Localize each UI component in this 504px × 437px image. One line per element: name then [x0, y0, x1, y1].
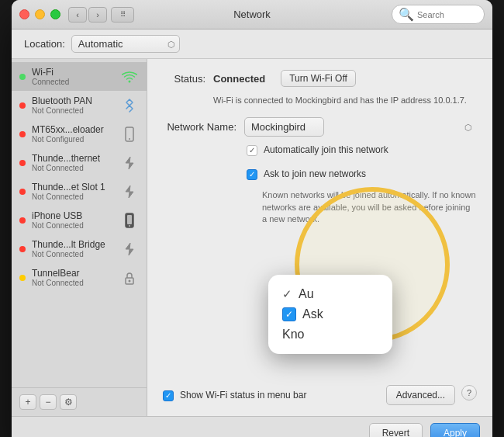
apply-button[interactable]: Apply	[430, 423, 480, 438]
tunnelbear-item-text: TunnelBear Not Connected	[32, 268, 114, 287]
auto-join-label: Automatically join this network	[264, 144, 388, 155]
mt65-item-status: Not Configured	[32, 135, 114, 144]
location-label: Location:	[24, 38, 65, 50]
search-input[interactable]	[417, 10, 478, 19]
tunnelbear-item-status: Not Connected	[32, 279, 114, 287]
auto-join-row[interactable]: Automatically join this network	[247, 144, 477, 156]
traffic-lights	[19, 9, 60, 19]
thunderethernet-item-text: Thunde...thernet Not Connected	[32, 153, 114, 172]
zoomed-label-2: Ask	[302, 307, 323, 321]
zoomed-overlay: ✓ Au Ask Kno	[268, 275, 392, 354]
ask-networks-row[interactable]: Ask to join new networks	[247, 168, 477, 180]
iphoneusb-item-status: Not Connected	[32, 221, 114, 230]
thunderbolt1-icon	[120, 154, 139, 172]
bluetooth-status-dot	[19, 102, 26, 109]
network-select-arrow-icon: ⬡	[464, 122, 472, 132]
zoomed-row-2[interactable]: Ask	[282, 304, 378, 324]
thunderslot-status-dot	[19, 189, 26, 195]
ask-networks-hint: Known networks will be joined automatica…	[262, 189, 477, 225]
remove-service-button[interactable]: −	[40, 394, 57, 410]
iphoneusb-item-text: iPhone USB Not Connected	[32, 210, 114, 230]
window-title: Network	[233, 9, 271, 20]
mt65-item-name: MT65xx...eloader	[32, 124, 114, 135]
status-desc-text: Wi-Fi is connected to Mockingbird and ha…	[213, 95, 467, 105]
thunderbridge-item-name: Thunde...lt Bridge	[32, 239, 114, 250]
wifi-item-text: Wi-Fi Connected	[32, 67, 114, 86]
svg-point-0	[129, 80, 131, 82]
back-button[interactable]: ‹	[68, 7, 87, 23]
auto-join-checkbox[interactable]	[247, 145, 257, 156]
sidebar-item-mt65[interactable]: MT65xx...eloader Not Configured	[12, 120, 147, 148]
window-footer: Revert Apply	[12, 416, 492, 437]
service-settings-button[interactable]: ⚙	[60, 394, 77, 410]
tunnelbear-status-dot	[19, 275, 26, 281]
wifi-status-dot	[19, 74, 26, 80]
iphone-icon	[120, 211, 139, 230]
help-button[interactable]: ?	[461, 385, 477, 401]
advanced-button[interactable]: Advanced...	[386, 385, 455, 405]
close-button[interactable]	[19, 9, 29, 19]
thunderbolt2-icon	[120, 182, 139, 201]
bluetooth-item-status: Not Connected	[32, 106, 114, 115]
revert-button[interactable]: Revert	[369, 423, 423, 438]
maximize-button[interactable]	[50, 9, 60, 19]
network-name-select[interactable]: Mockingbird	[244, 117, 324, 137]
svg-marker-3	[126, 157, 133, 169]
bluetooth-item-name: Bluetooth PAN	[32, 95, 114, 106]
status-row: Status: Connected Turn Wi-Fi Off	[163, 70, 477, 87]
wifi-item-status: Connected	[32, 78, 114, 86]
sidebar-item-thunderethernet[interactable]: Thunde...thernet Not Connected	[12, 148, 147, 177]
bluetooth-item-text: Bluetooth PAN Not Connected	[32, 95, 114, 115]
sidebar-item-thunderbridge[interactable]: Thunde...lt Bridge Not Connected	[12, 234, 147, 263]
add-service-button[interactable]: +	[19, 394, 36, 410]
thunderethernet-status-dot	[19, 160, 26, 166]
wifi-icon	[120, 68, 139, 86]
minimize-button[interactable]	[35, 9, 45, 19]
location-select[interactable]: Automatic	[71, 35, 180, 53]
vpn-icon	[120, 269, 139, 287]
svg-point-7	[129, 225, 130, 227]
svg-marker-4	[126, 186, 133, 198]
network-name-select-wrapper: Mockingbird ⬡	[244, 117, 477, 137]
status-label: Status:	[163, 73, 205, 85]
forward-button[interactable]: ›	[88, 7, 107, 23]
location-select-wrapper: Automatic ⬡	[71, 35, 180, 53]
svg-marker-8	[126, 243, 133, 255]
nav-buttons: ‹ ›	[68, 7, 107, 23]
turn-wifi-off-button[interactable]: Turn Wi-Fi Off	[281, 70, 356, 87]
content-area: Wi-Fi Connected	[12, 59, 492, 416]
zoomed-ask-checkbox[interactable]	[282, 307, 296, 321]
main-panel: Status: Connected Turn Wi-Fi Off Wi-Fi i…	[147, 59, 492, 416]
sidebar-footer: + − ⚙	[12, 387, 147, 416]
thunderbridge-item-text: Thunde...lt Bridge Not Connected	[32, 239, 114, 258]
sidebar-item-bluetooth[interactable]: Bluetooth PAN Not Connected	[12, 91, 147, 120]
zoomed-label-1: Au	[299, 287, 314, 301]
iphoneusb-status-dot	[19, 217, 26, 224]
show-wifi-checkbox[interactable]	[163, 390, 174, 401]
svg-point-2	[129, 138, 130, 140]
phone-icon	[120, 125, 139, 144]
grid-button[interactable]: ⠿	[111, 7, 134, 23]
thunderslot-item-status: Not Connected	[32, 192, 114, 201]
status-description: Wi-Fi is connected to Mockingbird and ha…	[213, 95, 477, 106]
show-wifi-row[interactable]: Show Wi-Fi status in menu bar	[163, 390, 306, 401]
bluetooth-icon	[120, 96, 139, 115]
tunnelbear-item-name: TunnelBear	[32, 268, 114, 279]
sidebar: Wi-Fi Connected	[12, 59, 147, 416]
sidebar-item-iphoneusb[interactable]: iPhone USB Not Connected	[12, 206, 147, 234]
ask-networks-checkbox[interactable]	[247, 169, 257, 180]
thunderslot-item-name: Thunde...et Slot 1	[32, 182, 114, 192]
sidebar-item-wifi[interactable]: Wi-Fi Connected	[12, 62, 147, 91]
search-box[interactable]: 🔍	[392, 5, 485, 24]
svg-rect-6	[127, 215, 132, 224]
network-preferences-window: ‹ › ⠿ Network 🔍 Location: Automatic ⬡	[12, 0, 492, 437]
location-bar: Location: Automatic ⬡	[12, 29, 492, 59]
sidebar-item-thunderslot[interactable]: Thunde...et Slot 1 Not Connected	[12, 177, 147, 206]
sidebar-item-tunnelbear[interactable]: TunnelBear Not Connected	[12, 263, 147, 292]
network-name-label: Network Name:	[163, 121, 236, 133]
action-buttons: Advanced... ?	[386, 385, 477, 405]
thunderbridge-item-status: Not Connected	[32, 250, 114, 258]
show-wifi-label: Show Wi-Fi status in menu bar	[180, 390, 306, 401]
network-name-row: Network Name: Mockingbird ⬡	[163, 117, 477, 137]
thunderslot-item-text: Thunde...et Slot 1 Not Connected	[32, 182, 114, 201]
